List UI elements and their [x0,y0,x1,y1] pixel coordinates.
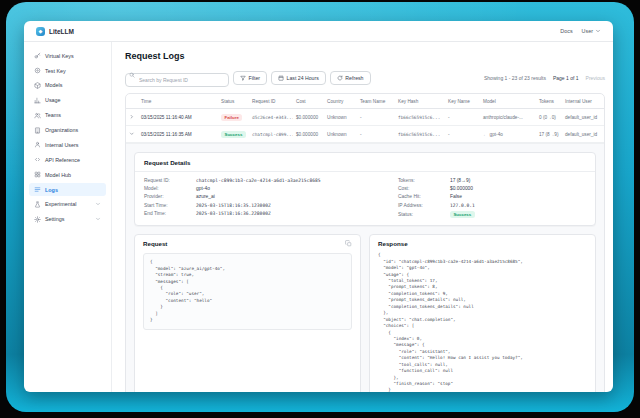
col-team-name: Team Name [357,94,395,109]
detail-label: Request ID: [144,178,196,183]
page-background: ◆ LiteLLM Docs User Virtual Keys [0,0,640,418]
results-count: Showing 1 - 23 of 23 results [484,75,546,81]
chevron-down-icon [95,201,101,207]
chevron-down-icon [95,216,101,222]
table-header-row: Time Status Request ID Cost Country Team… [126,94,604,109]
sidebar-item-label: Models [45,82,62,88]
sidebar-item-teams[interactable]: Teams [29,109,106,122]
filter-button-label: Filter [249,75,261,81]
sidebar-item-virtual-keys[interactable]: Virtual Keys [29,49,106,62]
refresh-icon [337,75,343,81]
sidebar-item-label: Settings [45,216,64,222]
refresh-button[interactable]: Refresh [330,71,371,85]
request-details-title: Request Details [135,153,595,172]
col-status: Status [218,94,249,109]
detail-provider: azure_ai [196,194,215,199]
col-time: Time [138,94,218,109]
cell-time: 03/15/2025 11:16:35 AM [138,126,218,143]
cell-model: gpt-4o [490,132,503,137]
top-navbar: ◆ LiteLLM Docs User [24,21,613,42]
cell-internal-user: default_user_id [562,109,604,126]
bar-chart-icon [34,97,41,104]
sidebar-item-internal-users[interactable]: Internal Users [29,138,106,151]
sidebar-item-logs[interactable]: Logs [29,183,106,196]
cell-key-hash: fb66c565915c6... [395,109,445,126]
detail-label: End Time: [144,211,196,216]
request-json: { "model": "azure_ai/gpt-4o", "stream": … [150,259,345,323]
users-icon [34,112,41,119]
sidebar-item-label: API Reference [45,157,80,163]
expand-column-header [126,94,138,109]
logs-table: Time Status Request ID Cost Country Team… [126,94,604,143]
detail-label: Status: [398,212,450,217]
col-request-id: Request ID [249,94,293,109]
detail-label: Provider: [144,194,196,199]
main-content: Request Logs Filter Last 24 Hours [112,42,613,392]
cell-key-name: - [445,109,480,126]
detail-start-time: 2025-03-15T18:16:35.123000Z [196,203,271,208]
target-icon [34,67,41,74]
sidebar-item-api-reference[interactable]: API Reference [29,153,106,166]
sidebar-item-label: Internal Users [45,142,79,148]
page-indicator: Page 1 of 1 [553,75,579,81]
docs-link[interactable]: Docs [560,28,572,34]
sidebar-item-label: Usage [45,97,61,103]
filter-button[interactable]: Filter [233,71,267,85]
flask-icon [34,201,41,208]
time-range-button[interactable]: Last 24 Hours [271,71,326,85]
response-panel: Response { "id": "chatcmpl-c899c1b3-ca2e… [369,234,596,392]
detail-label: IP Address: [398,203,450,208]
response-json: { "id": "chatcmpl-c899c1b3-ca2e-4214-a6d… [378,252,587,392]
search-icon [129,72,135,78]
sidebar-item-usage[interactable]: Usage [29,94,106,107]
detail-label: Cache Hit: [398,194,450,199]
col-internal-user: Internal User [562,94,604,109]
copy-icon[interactable] [345,240,352,247]
cell-team-name: - [357,109,395,126]
status-badge: Failure [221,114,242,121]
chevron-down-icon[interactable] [129,131,135,137]
sidebar: Virtual Keys Test Key Models Usage Teams [24,42,112,392]
chevron-down-icon [595,28,601,34]
table-row[interactable]: 03/15/2025 11:16:35 AM Success chatcmpl-… [126,126,604,143]
fallback-arrow-icon: ← [483,132,488,137]
user-icon [34,141,41,148]
request-panel: Request { "model": "azure_ai/gpt-4o", "s… [134,234,361,392]
cell-key-name: - [445,126,480,143]
detail-end-time: 2025-03-15T18:16:36.228000Z [196,211,271,216]
cell-key-hash: fb66c565915c6... [395,126,445,143]
sidebar-item-label: Logs [45,187,58,193]
detail-label: Start Time: [144,203,196,208]
cell-tokens: 0 (0→0) [536,109,562,126]
detail-label: Cost: [398,186,450,191]
sidebar-item-experimental[interactable]: Experimental [29,198,106,211]
previous-page-button[interactable]: Previous [586,75,605,81]
table-row[interactable]: 03/15/2025 11:16:40 AM Failure d5c26ce4-… [126,109,604,126]
cell-tokens: 17 (8→9) [536,126,562,143]
user-menu[interactable]: User [582,28,601,34]
cell-internal-user: default_user_id [562,126,604,143]
cell-country: Unknown [324,109,357,126]
sidebar-item-models[interactable]: Models [29,79,106,92]
brand-name: LiteLLM [49,28,74,35]
sidebar-item-label: Virtual Keys [45,53,74,59]
chevron-right-icon[interactable] [129,114,135,120]
filter-funnel-icon [240,75,246,81]
cell-cost: $0.000000 [293,109,324,126]
detail-label: Model: [144,186,196,191]
detail-label: Tokens: [398,178,450,183]
request-json-box: { "model": "azure_ai/gpt-4o", "stream": … [143,253,352,329]
sidebar-item-label: Test Key [45,68,66,74]
cell-request-id: d5c26ce4-e343... [249,109,293,126]
sidebar-item-label: Experimental [45,201,76,207]
response-json-box: { "id": "chatcmpl-c899c1b3-ca2e-4214-a6d… [378,251,587,392]
sidebar-item-model-hub[interactable]: Model Hub [29,168,106,181]
search-input[interactable] [125,73,229,87]
request-details-card: Request Details Request ID:chatcmpl-c899… [134,152,596,226]
sidebar-item-test-key[interactable]: Test Key [29,64,106,77]
response-panel-title: Response [378,240,408,247]
sidebar-item-organizations[interactable]: Organizations [29,123,106,136]
logs-list-icon [34,186,41,193]
detail-model: gpt-4o [196,186,210,191]
sidebar-item-settings[interactable]: Settings [29,213,106,226]
